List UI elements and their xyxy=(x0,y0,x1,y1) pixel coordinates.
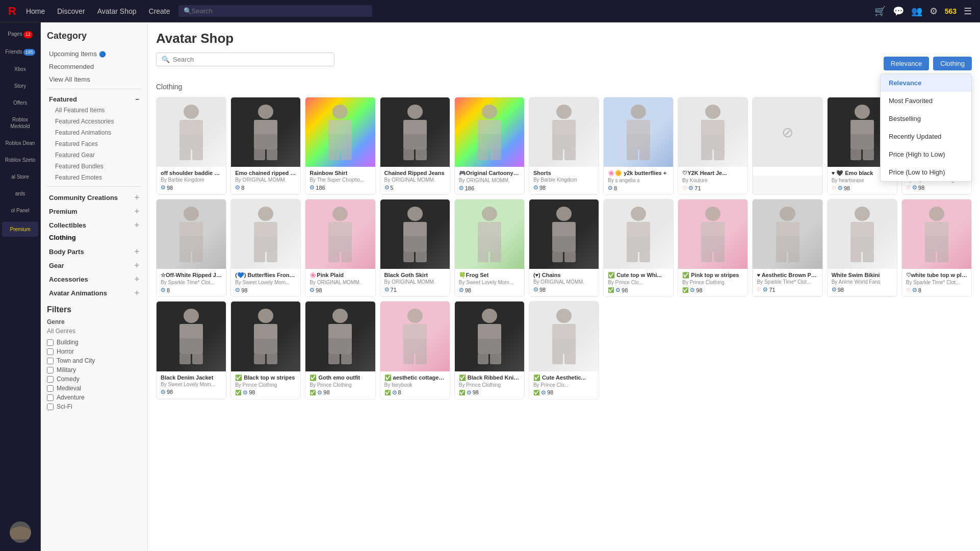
item-card[interactable]: (♥) Chains By ORIGINAL MOMM. ⊙98 xyxy=(529,199,599,297)
item-card[interactable]: 🌸Pink Plaid By ORIGINAL MOMM. ⊙98 xyxy=(305,199,375,297)
cat-featured-header[interactable]: Featured − xyxy=(47,92,141,105)
content-search-box[interactable]: 🔍 xyxy=(156,53,334,66)
cat-featured-emotes[interactable]: Featured Emotes xyxy=(47,172,141,183)
item-card[interactable]: off shoulder baddie set By Barbie Kingdo… xyxy=(156,97,226,195)
item-card[interactable]: (💙) Butterflies Front Tie By Sweet Lovel… xyxy=(230,199,301,297)
chat-icon[interactable]: 💬 xyxy=(893,6,904,17)
item-card[interactable]: ♡Y2K Heart Je... By Kouture ♡ ⊙71 xyxy=(678,97,748,195)
cat-accessories-header[interactable]: Accessories + xyxy=(47,271,141,285)
roblox-logo[interactable]: R xyxy=(8,5,16,18)
filter-sci-fi-check[interactable] xyxy=(47,404,54,410)
top-search-input[interactable] xyxy=(192,7,367,15)
cat-animations-header[interactable]: Avatar Animations + xyxy=(47,285,141,299)
sidebar-left-szeto[interactable]: Roblox Szeto xyxy=(0,153,40,167)
item-card[interactable]: 🌸🌼 y2k butterflies + By s angelia s ⊙8 xyxy=(603,97,674,195)
filter-town-city[interactable]: Town and City xyxy=(47,356,141,365)
item-card[interactable]: ✅ Goth emo outfit By Prince Clothing ✅ ⊙… xyxy=(305,301,375,399)
sidebar-left-ards[interactable]: ards xyxy=(0,186,40,201)
cat-featured-bundles[interactable]: Featured Bundles xyxy=(47,161,141,172)
filter-town-city-check[interactable] xyxy=(47,358,54,364)
cat-community-header[interactable]: Community Creations + xyxy=(47,190,141,204)
sidebar-left-friends[interactable]: Friends195 xyxy=(0,44,40,60)
item-card[interactable]: Chained Ripped Jeans By ORIGINAL MOMM. ⊙… xyxy=(380,97,450,195)
sidebar-left-story[interactable]: Story xyxy=(0,79,40,93)
sort-dropdown-button[interactable]: Relevance xyxy=(884,57,929,70)
cat-recommended[interactable]: Recommended xyxy=(47,60,141,73)
cat-upcoming-items[interactable]: Upcoming Items 🔵 xyxy=(47,47,141,60)
filter-military[interactable]: Military xyxy=(47,365,141,374)
filter-adventure[interactable]: Adventure xyxy=(47,393,141,402)
sidebar-left-store[interactable]: al Store xyxy=(0,169,40,184)
sidebar-left-panel[interactable]: ol Panel xyxy=(0,203,40,218)
top-search-bar[interactable]: 🔍 xyxy=(178,5,372,17)
item-card[interactable]: 🍀Frog Set By Sweet Lovely Mom... ⊙98 xyxy=(454,199,525,297)
item-card[interactable]: ✅ Cute Aesthetic... By Prince Clo... ✅ ⊙… xyxy=(529,301,599,399)
sidebar-left-premium[interactable]: Premium xyxy=(2,222,38,237)
item-card[interactable]: ✅ Black Ribbed Knit Bralette By Prince C… xyxy=(454,301,525,399)
filter-comedy[interactable]: Comedy xyxy=(47,374,141,384)
cart-icon[interactable]: 🛒 xyxy=(874,6,886,17)
filter-horror[interactable]: Horror xyxy=(47,347,141,356)
sidebar-left-dean[interactable]: Roblox Dean xyxy=(0,136,40,151)
filter-adventure-check[interactable] xyxy=(47,394,54,401)
robux-icon: ⊙ xyxy=(912,184,917,191)
filter-comedy-check[interactable] xyxy=(47,376,54,383)
filter-building[interactable]: Building xyxy=(47,338,141,347)
cat-collectibles-header[interactable]: Collectibles + xyxy=(47,217,141,231)
item-card[interactable]: Black Denim Jacket By Sweet Lovely Mom..… xyxy=(156,301,226,399)
item-card[interactable]: ✅ Cute top w Whi... By Prince Clo... ✅ ⊙… xyxy=(603,199,674,297)
filter-building-check[interactable] xyxy=(47,339,54,346)
sidebar-left-pages[interactable]: Pages12 xyxy=(0,27,40,42)
item-card[interactable]: ♥ Aesthetic Brown Plaid By Sparkle Time*… xyxy=(752,199,822,297)
sort-recently-updated[interactable]: Recently Updated xyxy=(881,128,971,145)
sidebar-left-merktold[interactable]: Roblox Merktold xyxy=(0,112,40,134)
cat-clothing[interactable]: Clothing xyxy=(47,231,141,244)
settings-icon[interactable]: ⚙ xyxy=(930,6,938,17)
nav-home[interactable]: Home xyxy=(26,7,45,15)
cat-featured-gear[interactable]: Featured Gear xyxy=(47,149,141,161)
item-card[interactable]: Rainbow Shirt By The Super Chopho... ⊙18… xyxy=(305,97,375,195)
nav-discover[interactable]: Discover xyxy=(57,7,85,15)
sidebar-left-xbox[interactable]: Xbox xyxy=(0,62,40,77)
item-card[interactable]: White Swim Bikini By Anime World Fans ⊙9… xyxy=(827,199,897,297)
menu-icon[interactable]: ☰ xyxy=(964,6,972,17)
item-card[interactable]: 🎮Original Cartoony Pants By ORIGINAL MOM… xyxy=(454,97,525,195)
sort-price-high-low[interactable]: Price (High to Low) xyxy=(881,145,971,163)
item-card[interactable]: ✅ Black top w stripes By Prince Clothing… xyxy=(230,301,301,399)
item-card[interactable]: ✅ Pink top w stripes By Prince Clothing … xyxy=(678,199,748,297)
item-thumbnail xyxy=(604,97,673,167)
filter-sci-fi[interactable]: Sci-Fi xyxy=(47,402,141,411)
cat-all-featured[interactable]: All Featured Items xyxy=(47,105,141,116)
filter-military-check[interactable] xyxy=(47,367,54,373)
nav-avatar-shop[interactable]: Avatar Shop xyxy=(97,7,137,15)
item-card[interactable]: ✅ aesthetic cottagecore soft By fairyboo… xyxy=(380,301,450,399)
sidebar-left-offers[interactable]: Offers xyxy=(0,95,40,110)
sort-bestselling[interactable]: Bestselling xyxy=(881,110,971,128)
cat-premium-header[interactable]: Premium + xyxy=(47,204,141,217)
cat-featured-animations[interactable]: Featured Animations xyxy=(47,127,141,138)
item-card[interactable]: ⊘ xyxy=(752,97,822,195)
item-info: Rainbow Shirt By The Super Chopho... ⊙18… xyxy=(305,167,375,194)
cat-featured-accessories[interactable]: Featured Accessories xyxy=(47,116,141,127)
sort-price-low-high[interactable]: Price (Low to High) xyxy=(881,163,971,181)
sort-relevance[interactable]: Relevance xyxy=(881,74,971,92)
cat-view-all[interactable]: View All Items xyxy=(47,73,141,86)
sidebar-left-avatar[interactable] xyxy=(0,517,40,547)
clothing-button[interactable]: Clothing xyxy=(933,57,972,70)
filter-medieval-check[interactable] xyxy=(47,385,54,392)
item-card[interactable]: ♡white tube top w plaid skirt & By Spark… xyxy=(901,199,972,297)
nav-create[interactable]: Create xyxy=(149,7,170,15)
sort-most-favorited[interactable]: Most Favorited xyxy=(881,92,971,110)
item-creator: By Prince Clothing xyxy=(459,382,520,388)
item-card[interactable]: Emo chained ripped jeans By ORIGINAL MOM… xyxy=(230,97,301,195)
content-search-input[interactable] xyxy=(173,56,329,63)
filter-horror-check[interactable] xyxy=(47,348,54,355)
cat-gear-header[interactable]: Gear + xyxy=(47,258,141,271)
item-card[interactable]: Black Goth Skirt By ORIGINAL MOMM. ⊙71 xyxy=(380,199,450,297)
filter-medieval[interactable]: Medieval xyxy=(47,384,141,393)
item-card[interactable]: Shorts By Barbie Kingdom ⊙98 xyxy=(529,97,599,195)
cat-featured-faces[interactable]: Featured Faces xyxy=(47,138,141,149)
cat-body-parts-header[interactable]: Body Parts + xyxy=(47,244,141,258)
friends-icon[interactable]: 👥 xyxy=(911,6,922,17)
item-card[interactable]: ☆Off-White Ripped Jeans By Sparkle Time*… xyxy=(156,199,226,297)
